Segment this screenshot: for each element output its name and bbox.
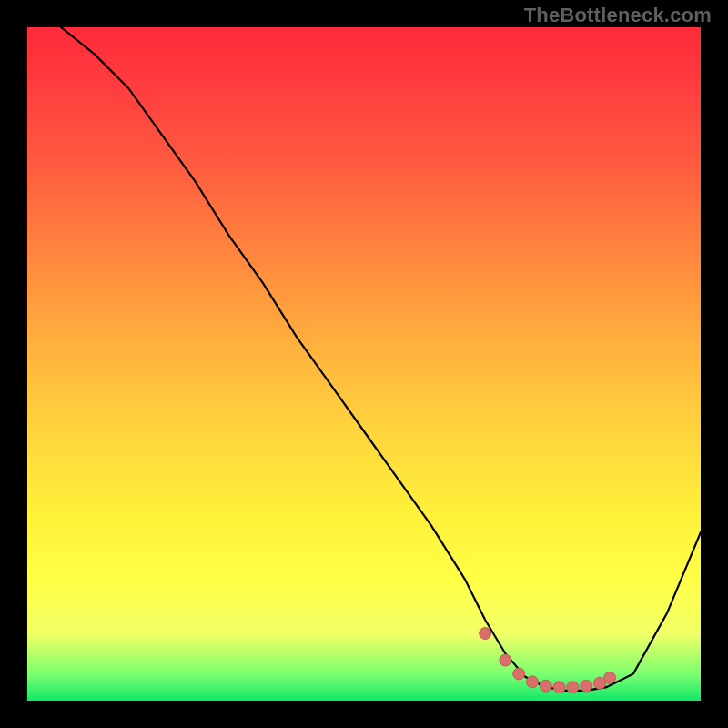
marker-dot	[604, 672, 616, 683]
plot-area	[27, 27, 701, 701]
chart-svg	[27, 27, 701, 701]
chart-frame: TheBottleneck.com	[0, 0, 728, 728]
marker-dot	[513, 668, 525, 680]
marker-dot	[553, 682, 565, 693]
marker-group	[480, 628, 616, 693]
marker-dot	[500, 654, 511, 666]
marker-dot	[540, 680, 551, 692]
marker-dot	[527, 676, 539, 688]
curve-path	[61, 27, 701, 691]
marker-dot	[581, 680, 592, 692]
marker-dot	[480, 628, 491, 640]
watermark-text: TheBottleneck.com	[524, 4, 712, 27]
marker-dot	[567, 682, 579, 693]
